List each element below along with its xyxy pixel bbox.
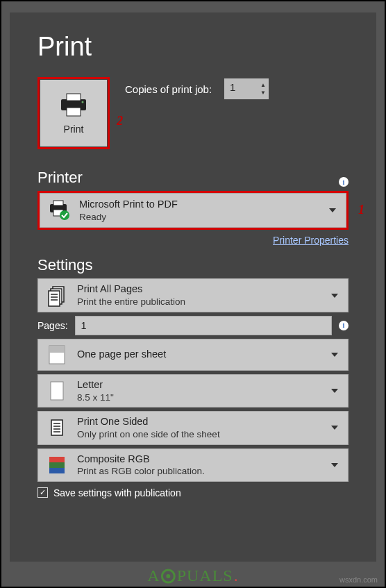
watermark: wsxdn.com: [339, 576, 378, 584]
printer-section-heading-row: Printer i: [37, 169, 349, 187]
paper-title: Letter: [77, 378, 323, 392]
spinner-up-icon[interactable]: ▲: [260, 82, 266, 88]
printer-dropdown-highlight: Microsoft Print to PDF Ready 1: [37, 191, 349, 230]
printer-status-icon: [47, 199, 71, 222]
pages-input[interactable]: [75, 316, 332, 335]
chevron-down-icon: [331, 353, 338, 357]
top-row: Print 2 Copies of print job: 1 ▲ ▼: [37, 77, 349, 149]
print-range-title: Print All Pages: [77, 283, 323, 296]
rgb-color-icon: [45, 453, 69, 477]
printer-icon: [59, 92, 88, 119]
settings-heading: Settings: [37, 256, 93, 274]
chevron-down-icon: [331, 463, 338, 467]
color-text: Composite RGB Print as RGB color publica…: [77, 453, 323, 478]
spinner-down-icon[interactable]: ▼: [260, 90, 266, 96]
print-range-text: Print All Pages Print the entire publica…: [77, 283, 323, 308]
layout-text: One page per sheet: [77, 348, 323, 361]
svg-rect-17: [51, 420, 62, 435]
callout-2: 2: [117, 114, 123, 128]
svg-rect-23: [49, 462, 65, 468]
svg-rect-1: [67, 94, 81, 101]
print-button-label: Print: [64, 124, 84, 135]
duplex-dropdown[interactable]: Print One Sided Only print on one side o…: [37, 411, 349, 444]
print-button[interactable]: Print: [40, 80, 107, 146]
pages-label: Pages:: [37, 320, 68, 331]
settings-section-heading-row: Settings: [37, 256, 349, 274]
one-sided-icon: [45, 416, 69, 439]
save-settings-checkbox[interactable]: ✓: [37, 487, 48, 498]
duplex-title: Print One Sided: [77, 415, 323, 428]
printer-properties-link[interactable]: Printer Properties: [273, 235, 349, 246]
paper-dropdown[interactable]: Letter 8.5 x 11": [37, 374, 349, 408]
paper-size-icon: [45, 379, 69, 403]
print-button-highlight: Print 2: [37, 77, 110, 149]
chevron-down-icon: [331, 426, 338, 430]
info-icon[interactable]: i: [339, 321, 349, 330]
gear-icon: [161, 569, 176, 584]
callout-1: 1: [358, 203, 364, 217]
svg-point-7: [60, 210, 69, 220]
color-dropdown[interactable]: Composite RGB Print as RGB color publica…: [37, 448, 349, 482]
page-title: Print: [37, 32, 349, 62]
save-settings-label: Save settings with publication: [53, 487, 181, 498]
settings-stack: Print All Pages Print the entire publica…: [37, 278, 349, 498]
page-layout-icon: [45, 343, 69, 367]
printer-status: Ready: [79, 211, 321, 224]
copies-row: Copies of print job: 1 ▲ ▼: [125, 78, 269, 99]
printer-heading: Printer: [37, 169, 83, 187]
pages-stack-icon: [45, 284, 69, 308]
color-title: Composite RGB: [77, 453, 323, 466]
printer-properties-row: Printer Properties: [37, 234, 349, 246]
spinner-arrows[interactable]: ▲ ▼: [258, 78, 269, 99]
layout-title: One page per sheet: [77, 348, 323, 361]
pages-row: Pages: i: [37, 316, 349, 335]
svg-rect-15: [49, 346, 65, 353]
chevron-down-icon: [331, 389, 338, 393]
copies-spinner[interactable]: 1 ▲ ▼: [224, 78, 269, 99]
printer-name: Microsoft Print to PDF: [79, 198, 321, 211]
printer-dropdown[interactable]: Microsoft Print to PDF Ready: [40, 193, 346, 228]
duplex-text: Print One Sided Only print on one side o…: [77, 415, 323, 440]
svg-rect-2: [67, 108, 81, 116]
copies-label: Copies of print job:: [125, 83, 212, 95]
paper-text: Letter 8.5 x 11": [77, 378, 323, 403]
save-settings-row[interactable]: ✓ Save settings with publication: [37, 487, 349, 498]
svg-point-26: [167, 574, 171, 578]
chevron-down-icon: [329, 208, 336, 212]
chevron-down-icon: [331, 294, 338, 298]
printer-dropdown-text: Microsoft Print to PDF Ready: [79, 198, 321, 223]
svg-rect-22: [49, 457, 65, 462]
svg-point-3: [82, 101, 84, 103]
svg-rect-24: [49, 468, 65, 473]
duplex-sub: Only print on one side of the sheet: [77, 428, 323, 441]
print-range-sub: Print the entire publication: [77, 296, 323, 308]
copies-value[interactable]: 1: [224, 78, 258, 99]
layout-dropdown[interactable]: One page per sheet: [37, 339, 349, 371]
paper-sub: 8.5 x 11": [77, 392, 323, 404]
svg-rect-10: [49, 291, 60, 306]
print-panel: Print Print 2 Copies of print job: 1: [10, 12, 376, 562]
info-icon[interactable]: i: [339, 177, 349, 187]
svg-rect-5: [53, 201, 63, 205]
print-range-dropdown[interactable]: Print All Pages Print the entire publica…: [37, 278, 349, 312]
appuals-logo: A PUALS .: [147, 566, 238, 585]
svg-rect-16: [51, 382, 63, 400]
color-sub: Print as RGB color publication.: [77, 465, 323, 478]
